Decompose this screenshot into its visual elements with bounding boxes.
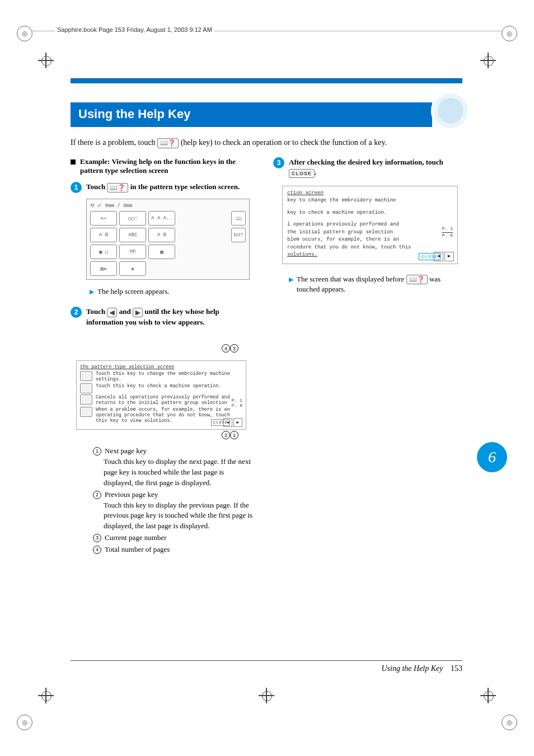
rs-l6: rocedure that you do not know, touch thi… [287,244,455,252]
intro-text: If there is a problem, touch 📖❓ (help ke… [71,137,462,148]
legend-1-title: Next page key [105,446,147,457]
hs-icon [80,371,92,381]
reg-mark-r [483,55,494,66]
square-bullet-icon [71,159,76,165]
callout-4-icon: 4 [222,344,230,353]
help-key-icon: 📖❓ [107,183,128,192]
page-footer: Using the Help Key 153 [71,660,462,673]
close-button-icon: CLOSE [289,169,315,178]
title-decoration [431,91,470,130]
legend-2-title: Previous page key [105,490,158,500]
header-strip: Sapphire.book Page 153 Friday, August 1,… [55,26,214,33]
reg-mark-bc [261,690,272,701]
help-screen-zoomed-screenshot: ction screen key to change the embroider… [282,186,458,264]
callout-3-icon: 3 [230,344,238,353]
ss-btn: ABC [119,228,146,242]
legend-2-desc: Touch this key to display the previous p… [93,500,255,532]
ss-btn: A B [148,228,175,242]
hs-l1: Touch this key to change the embroidery … [96,371,242,382]
blue-rule [71,78,462,83]
step2-pre: Touch [86,307,107,316]
hs-title: the pattern type selection screen [80,364,242,370]
reg-mark-br [483,690,494,701]
callout-2-icon: 2 [222,431,230,439]
ss-help-btn: 📖 [231,211,246,226]
rs-l2: key to check a machine operation. [287,209,455,217]
ss-btn: ❀ [119,261,146,276]
note3-pre: The screen that was displayed before [297,275,406,283]
rs-l5: blem occurs, for example, there is an [287,236,455,244]
step-2-text: Touch ◀ and ▶ until the key whose help i… [86,307,255,327]
step-3-text: After checking the desired key informati… [289,157,458,177]
hs-l2: Touch this key to check a machine operat… [96,383,242,393]
ss-btn: A B [90,228,117,242]
rs-heading: ction screen [287,190,455,198]
reg-mark-bl [40,690,51,701]
note-1: The help screen appears. [97,287,170,297]
hs-next-icon: ▶ [233,418,242,427]
step-1-text: Touch 📖❓ in the pattern type selection s… [86,182,255,192]
hs-l3: Cancels all operations previously perfor… [96,395,242,406]
rs-page-total: P. 6 [442,232,453,239]
prev-page-icon: ◀ [107,308,117,317]
callout-1-icon: 1 [230,431,238,439]
rs-next-icon: ▶ [444,252,454,261]
legend-1-num: 1 [93,447,101,456]
help-key-icon: 📖❓ [406,275,428,284]
ss-btn: ▦ [148,245,175,259]
pattern-selection-screenshot: ⟲ ⤢ 0mm / 0mm ✎✂ ◯▢♡ A A A.. 📖 A B ABC A… [86,199,250,280]
print-mark-tr: ◎ [502,26,517,41]
help-key-icon: 📖❓ [157,138,179,148]
chapter-tab: 6 [477,442,507,472]
print-mark-tl: ◎ [17,26,32,41]
rs-page-cur: P. 1 [442,226,453,232]
reg-mark-l [40,55,51,66]
note-3: The screen that was displayed before 📖❓ … [297,274,458,295]
triangle-icon: ▶ [90,288,94,296]
step-1-badge: 1 [71,182,82,193]
step-3-badge: 3 [273,157,284,168]
help-screen-screenshot: the pattern type selection screen Touch … [76,360,246,430]
hs-icon [80,407,92,417]
footer-title: Using the Help Key [381,664,443,673]
print-mark-bl: ◎ [17,715,32,730]
rs-prev-icon: ◀ [434,252,443,261]
ss-btn: ✎✂ [90,211,117,226]
legend-2-num: 2 [93,491,101,499]
step-2-badge: 2 [71,307,82,318]
hs-prev-icon: ◀ [223,418,232,427]
step2-and: and [119,307,133,316]
rs-l1: key to change the embroidery machine [287,197,455,205]
legend-4-title: Total number of pages [105,544,170,555]
footer-page-number: 153 [451,664,462,673]
legend-3-num: 3 [93,534,101,542]
legend-3-title: Current page number [105,533,166,543]
next-page-icon: ▶ [133,308,143,317]
hs-icon [80,395,92,405]
triangle-icon: ▶ [289,275,293,284]
ss-btn: ▥⇆ [90,261,117,276]
ss-btn: A A A.. [148,211,175,226]
example-header: Example: Viewing help on the function ke… [80,157,255,175]
rs-l3: l operations previously performed and [287,221,455,229]
ss-btn: ◯▢♡ [119,211,146,226]
print-mark-br: ◎ [502,715,517,730]
step3-pre: After checking the desired key informati… [289,158,443,166]
ss-btn: ▣ ▢ [90,245,117,259]
legend-1-desc: Touch this key to display the next page.… [93,457,255,489]
step3-post: . [315,168,316,176]
step1-post: in the pattern type selection screen. [130,182,240,191]
page-title: Using the Help Key [71,102,432,127]
coord-line: ⟲ ⤢ 0mm / 0mm [90,203,246,209]
intro-pre: If there is a problem, touch [71,138,157,147]
legend-4-num: 4 [93,546,101,554]
ss-edit-btn: EDIT [231,228,246,242]
hs-page-total: P. 6 [232,403,242,408]
ss-btn: ⎘⎘ [119,245,146,259]
intro-post: (help key) to check an operation or to c… [181,138,387,147]
hs-icon [80,383,92,393]
step1-pre: Touch [86,182,107,191]
rs-l4: the initial pattern group selection [287,229,455,237]
